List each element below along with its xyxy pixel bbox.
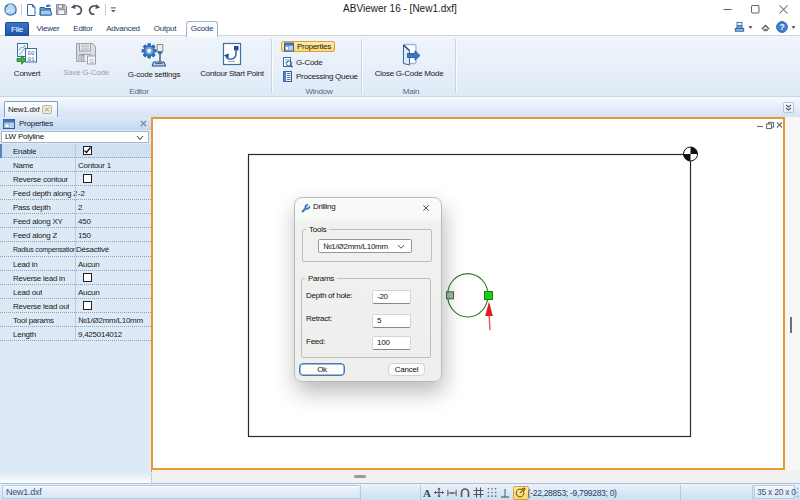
svg-text:G: G [89, 58, 93, 64]
svg-text:01: 01 [27, 56, 35, 63]
svg-text:?: ? [779, 22, 784, 32]
